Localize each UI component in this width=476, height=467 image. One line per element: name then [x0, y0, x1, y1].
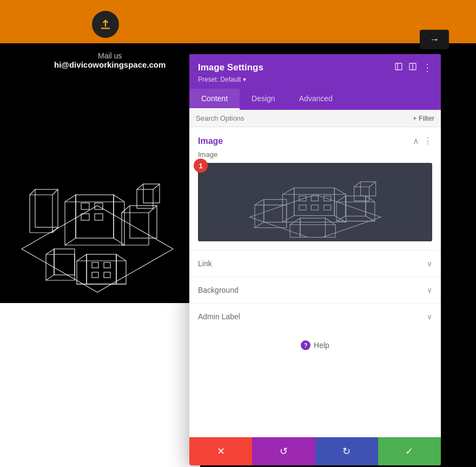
- cancel-icon: ✕: [217, 445, 225, 457]
- panel-header: Image Settings ⋮ Preset: Default: [189, 54, 441, 89]
- preview-image-svg: .piso { fill:none; stroke:#9aa0af; strok…: [210, 167, 421, 238]
- svg-marker-32: [116, 254, 126, 284]
- section-more-icon[interactable]: ⋮: [424, 136, 432, 146]
- svg-rect-16: [81, 214, 89, 220]
- accordion-link-chevron: ∨: [427, 259, 432, 268]
- svg-marker-26: [46, 249, 54, 280]
- image-sub-label: Image: [189, 150, 441, 163]
- iso-svg: .iso { fill: none; stroke: #ffffff; stro…: [5, 97, 189, 336]
- panel-header-icons: ⋮: [394, 62, 432, 74]
- accordion-admin-label[interactable]: Admin Label ∨: [189, 303, 441, 330]
- svg-rect-46: [395, 63, 402, 70]
- search-bar: + Filter: [189, 110, 441, 127]
- image-preview[interactable]: .piso { fill:none; stroke:#9aa0af; strok…: [198, 163, 432, 241]
- help-label[interactable]: Help: [314, 341, 329, 350]
- reset-icon: ↺: [280, 445, 288, 457]
- redo-icon: ↻: [342, 445, 351, 457]
- tab-advanced[interactable]: Advanced: [287, 89, 345, 110]
- svg-rect-39: [143, 184, 160, 203]
- svg-line-4: [52, 227, 58, 233]
- image-section-title: Image: [198, 136, 223, 146]
- svg-rect-25: [54, 249, 75, 275]
- help-icon[interactable]: ?: [301, 340, 310, 350]
- mail-label: Mail us: [54, 51, 166, 60]
- reset-button[interactable]: ↺: [252, 437, 315, 465]
- svg-marker-0: [22, 206, 173, 292]
- help-section: ? Help: [189, 330, 441, 361]
- svg-rect-50: [219, 167, 411, 238]
- settings-panel: Image Settings ⋮ Preset: Default: [189, 54, 441, 465]
- save-icon: ✓: [405, 445, 413, 457]
- accordion-background-label: Background: [198, 286, 239, 294]
- image-badge: 1: [194, 159, 208, 173]
- svg-line-3: [52, 189, 58, 195]
- svg-line-40: [137, 184, 143, 189]
- accordion-background[interactable]: Background ∨: [189, 277, 441, 303]
- iso-illustration: .iso { fill: none; stroke: #ffffff; stro…: [5, 97, 195, 341]
- preset-selector[interactable]: Preset: Default: [198, 76, 432, 83]
- svg-marker-10: [65, 195, 76, 245]
- collapse-icon[interactable]: ∧: [413, 136, 419, 146]
- tab-design[interactable]: Design: [240, 89, 287, 110]
- svg-marker-31: [77, 254, 87, 284]
- svg-line-2: [30, 189, 35, 195]
- mail-section: Mail us hi@divicoworkingspace.com: [54, 51, 166, 69]
- mail-address: hi@divicoworkingspace.com: [54, 60, 166, 69]
- upload-icon: [100, 18, 111, 30]
- search-input[interactable]: [196, 114, 413, 122]
- svg-rect-37: [92, 272, 98, 278]
- accordion-link-label: Link: [198, 259, 212, 268]
- orange-bar: [0, 0, 476, 43]
- arrow-icon: →: [429, 34, 439, 45]
- svg-rect-18: [130, 206, 157, 238]
- svg-line-41: [153, 184, 160, 189]
- cancel-button[interactable]: ✕: [189, 437, 252, 465]
- section-controls: ∧ ⋮: [413, 136, 432, 146]
- svg-rect-14: [81, 203, 89, 209]
- svg-rect-30: [87, 254, 116, 284]
- redo-button[interactable]: ↻: [315, 437, 378, 465]
- tab-content[interactable]: Content: [189, 89, 240, 110]
- svg-rect-35: [92, 262, 98, 268]
- image-preview-container[interactable]: 1 .piso { fill:none; stroke:#9aa0af; str…: [198, 163, 432, 241]
- svg-rect-36: [104, 262, 110, 268]
- fullscreen-icon[interactable]: [394, 62, 403, 73]
- arrow-button[interactable]: →: [420, 30, 449, 49]
- panel-title: Image Settings: [198, 62, 263, 73]
- image-section-header: Image ∧ ⋮: [189, 127, 441, 150]
- filter-button[interactable]: + Filter: [413, 114, 434, 122]
- accordion-link[interactable]: Link ∨: [189, 250, 441, 277]
- svg-line-19: [122, 206, 130, 213]
- svg-rect-38: [104, 272, 110, 278]
- accordion-background-chevron: ∨: [427, 286, 432, 294]
- more-icon[interactable]: ⋮: [422, 62, 432, 74]
- accordion-admin-label-label: Admin Label: [198, 312, 240, 321]
- columns-icon[interactable]: [408, 62, 417, 73]
- panel-tabs: Content Design Advanced: [189, 89, 441, 110]
- upload-circle[interactable]: [92, 11, 119, 38]
- panel-footer: ✕ ↺ ↻ ✓: [189, 437, 441, 465]
- panel-body: Image ∧ ⋮ Image 1 .piso { fill:none; str…: [189, 127, 441, 437]
- accordion-admin-label-chevron: ∨: [427, 312, 432, 321]
- filter-label: + Filter: [413, 114, 434, 122]
- save-button[interactable]: ✓: [378, 437, 441, 465]
- svg-rect-17: [95, 214, 103, 220]
